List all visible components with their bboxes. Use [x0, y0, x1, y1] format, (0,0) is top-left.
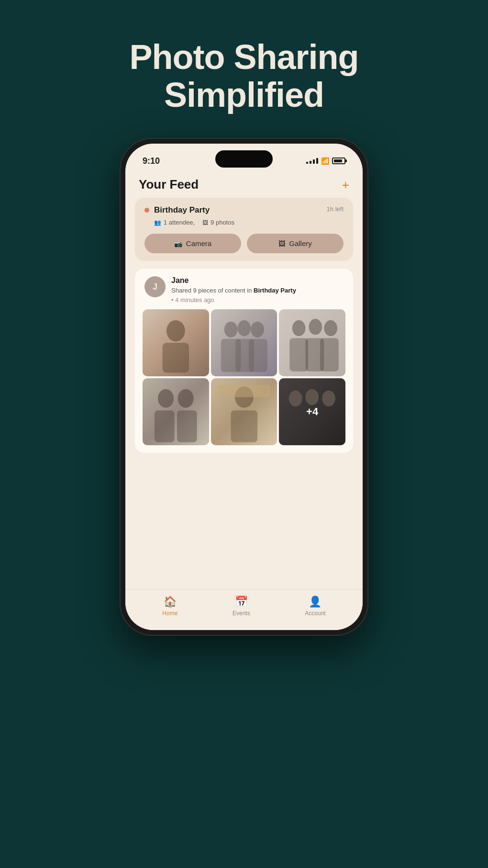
event-attendee-count: 👥 1 attendee,: [154, 219, 195, 226]
svg-point-15: [158, 389, 174, 407]
event-photo-count: 🖼 9 photos: [202, 219, 234, 226]
event-name-row: Birthday Party: [144, 205, 210, 215]
photo-more-overlay: +4: [279, 378, 345, 445]
events-label: Events: [233, 610, 250, 617]
svg-point-9: [292, 320, 306, 336]
event-card-header: Birthday Party 1h left: [144, 205, 344, 215]
svg-point-11: [324, 320, 338, 336]
svg-rect-8: [249, 338, 267, 372]
svg-rect-12: [290, 338, 309, 371]
phone-content-scroll: Your Feed + Birthday Party 1h left 👥 1 a…: [125, 169, 363, 589]
post-description: Shared 9 pieces of content in Birthday P…: [171, 286, 344, 295]
add-button[interactable]: +: [342, 179, 349, 191]
svg-point-10: [309, 319, 322, 335]
gallery-button[interactable]: 🖼 Gallery: [247, 234, 344, 253]
post-user-name: Jane: [171, 276, 344, 285]
event-time-left: 1h left: [327, 205, 344, 213]
nav-account[interactable]: 👤 Account: [305, 596, 325, 617]
svg-point-3: [224, 321, 237, 337]
event-name: Birthday Party: [154, 205, 210, 215]
feed-header: Your Feed +: [125, 169, 363, 198]
post-info: Jane Shared 9 pieces of content in Birth…: [171, 276, 344, 303]
phone-mockup: 9:10 📶 Your Feed +: [120, 138, 368, 636]
svg-point-16: [177, 389, 193, 407]
status-bar: 9:10 📶: [125, 144, 363, 169]
bottom-nav: 🏠 Home 📅 Events 👤 Account: [125, 589, 363, 630]
photo-cell-2[interactable]: [211, 309, 277, 376]
svg-point-5: [251, 321, 264, 337]
photo-grid: +4: [143, 309, 345, 445]
svg-rect-21: [218, 385, 271, 397]
photo-cell-1[interactable]: [143, 309, 209, 376]
events-icon: 📅: [235, 596, 248, 608]
camera-icon: 📷: [174, 240, 182, 248]
svg-point-4: [237, 320, 251, 336]
dynamic-island: [215, 150, 273, 168]
feed-title: Your Feed: [139, 177, 199, 192]
nav-events[interactable]: 📅 Events: [233, 596, 250, 617]
post-header: J Jane Shared 9 pieces of content in Bir…: [135, 269, 353, 309]
post-card: J Jane Shared 9 pieces of content in Bir…: [135, 269, 353, 452]
wifi-icon: 📶: [321, 157, 329, 165]
post-time: • 4 minutes ago: [171, 296, 344, 304]
photo-cell-4[interactable]: [143, 378, 209, 445]
svg-rect-2: [163, 343, 189, 372]
nav-home[interactable]: 🏠 Home: [162, 596, 177, 617]
camera-button[interactable]: 📷 Camera: [144, 234, 241, 253]
photo-cell-5[interactable]: [211, 378, 277, 445]
action-buttons: 📷 Camera 🖼 Gallery: [144, 234, 344, 253]
svg-rect-17: [155, 410, 175, 442]
status-time: 9:10: [143, 156, 160, 166]
event-meta: 👥 1 attendee, 🖼 9 photos: [154, 219, 344, 226]
home-icon: 🏠: [164, 596, 177, 608]
account-label: Account: [305, 610, 325, 617]
svg-rect-20: [231, 410, 257, 442]
svg-point-1: [166, 320, 185, 341]
svg-rect-14: [320, 338, 339, 371]
home-label: Home: [162, 610, 177, 617]
battery-icon: [332, 158, 345, 164]
event-card: Birthday Party 1h left 👥 1 attendee, 🖼 9…: [135, 198, 353, 261]
photo-cell-3[interactable]: [279, 309, 345, 376]
phone-screen: 9:10 📶 Your Feed +: [125, 144, 363, 630]
svg-rect-18: [177, 410, 197, 442]
attendee-icon: 👥: [154, 219, 161, 226]
gallery-icon: 🖼: [278, 240, 285, 248]
account-icon: 👤: [309, 596, 322, 608]
status-icons: 📶: [306, 157, 345, 165]
avatar: J: [144, 276, 166, 297]
page-headline: Photo Sharing Simplified: [130, 38, 359, 114]
photo-icon: 🖼: [202, 219, 208, 226]
signal-icon: [306, 158, 318, 164]
photo-cell-6[interactable]: +4: [279, 378, 345, 445]
event-active-dot: [144, 208, 149, 213]
